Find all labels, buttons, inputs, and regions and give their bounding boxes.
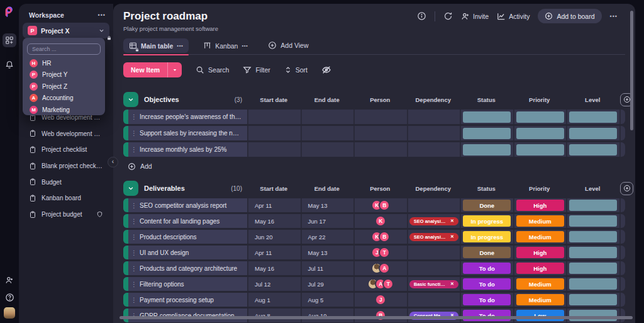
column-header[interactable]: Dependency [407,185,460,192]
sidebar-board-item[interactable]: Kanban board [24,190,108,207]
drag-handle-icon[interactable]: ⋮ [131,218,137,225]
status-pill[interactable]: Done [463,247,511,258]
tab-kanban[interactable]: Kanban ••• [197,38,253,53]
dropdown-project-item[interactable]: M Marketing [27,104,101,116]
status-pill[interactable]: In progress [463,231,511,242]
empty-label-bar[interactable] [463,111,511,123]
priority-cell[interactable]: Medium [513,293,567,307]
priority-pill[interactable]: High [516,247,564,258]
notifications-bell-icon[interactable] [3,58,16,72]
start-date-cell[interactable]: Jun 20 [247,230,301,244]
boards-icon[interactable] [3,33,16,47]
empty-label-bar[interactable] [569,111,617,123]
drag-handle-icon[interactable]: ⋮ [131,202,137,209]
priority-pill[interactable]: High [516,263,564,274]
tab-add-view[interactable]: Add View [262,38,314,53]
person-avatar[interactable]: J [375,294,386,305]
person-cell[interactable]: AT [353,277,407,291]
dependency-cell[interactable] [407,126,460,140]
end-date-cell[interactable]: May 13 [301,246,354,259]
new-item-caret-icon[interactable] [167,62,182,77]
person-cell[interactable]: KB [353,198,407,212]
column-header[interactable]: End date [301,185,354,192]
add-column-button[interactable] [620,182,633,195]
empty-label-bar[interactable] [569,200,617,211]
sidebar-board-item[interactable]: Budget [24,174,108,190]
remove-dependency-icon[interactable]: ✕ [450,281,454,286]
workspace-more-icon[interactable]: ••• [98,12,106,18]
dependency-cell[interactable] [407,198,460,212]
group-collapse-button[interactable] [123,92,138,107]
end-date-cell[interactable] [301,110,354,124]
status-cell[interactable] [460,126,513,140]
column-header[interactable]: Level [566,185,619,192]
empty-label-bar[interactable] [569,231,617,242]
end-date-cell[interactable]: Aug 19 [301,309,354,322]
dependency-pill[interactable]: SEO analysis and ...✕ [409,217,458,225]
row-name-cell[interactable]: ⋮ Products and category architecture [123,261,247,275]
dependency-cell[interactable] [407,110,460,124]
remove-dependency-icon[interactable]: ✕ [450,234,454,239]
group-title[interactable]: Objectives [144,96,229,103]
person-avatar[interactable]: K [375,215,386,227]
tab-more-icon[interactable]: ••• [177,43,183,48]
empty-label-bar[interactable] [569,247,617,258]
priority-cell[interactable]: High [513,198,567,212]
empty-label-bar[interactable] [569,215,617,227]
dependency-cell[interactable]: Basic functionaliti...✕ [407,277,460,291]
priority-pill[interactable]: Medium [516,278,564,290]
hidden-columns-eye-off-icon[interactable] [321,65,331,75]
priority-cell[interactable] [513,110,567,124]
status-cell[interactable]: Done [460,246,513,259]
sync-icon[interactable] [443,11,453,21]
project-search-input[interactable] [27,43,101,55]
filter-button[interactable]: Filter [243,65,270,74]
dependency-pill[interactable]: SEO analysis and ...✕ [409,233,458,241]
table-row[interactable]: ⋮ Filtering options Jul 12 Jul 29 AT Bas… [123,277,625,291]
row-name-cell[interactable]: ⋮ Product descriptions [123,230,247,244]
dependency-pill[interactable]: Basic functionaliti...✕ [409,280,458,288]
priority-cell[interactable]: High [513,246,567,259]
status-cell[interactable] [460,110,513,124]
person-cell[interactable]: J [353,293,407,307]
table-row[interactable]: ⋮ Increase people's awareness of the bus… [123,110,625,124]
status-cell[interactable]: To do [460,261,513,275]
start-date-cell[interactable]: Aug 1 [247,293,301,307]
workspace-selector[interactable]: P Project X [23,23,109,38]
plaky-logo-icon[interactable] [4,6,15,18]
person-cell[interactable]: KB [353,230,407,244]
status-cell[interactable] [460,142,513,157]
row-name-cell[interactable]: ⋮ Increase monthly sales by 25% [123,142,247,157]
user-avatar[interactable] [4,307,15,319]
empty-label-bar[interactable] [569,128,617,139]
column-header[interactable]: Person [353,185,407,192]
status-pill[interactable]: In progress [463,215,511,227]
end-date-cell[interactable]: Jul 29 [301,277,354,291]
status-pill[interactable]: To do [463,294,511,305]
empty-label-bar[interactable] [463,144,511,156]
level-cell[interactable] [566,126,619,140]
table-row[interactable]: ⋮ Support sales by increasing the number… [123,126,625,140]
column-header[interactable]: Status [460,185,513,192]
row-name-cell[interactable]: ⋮ Support sales by increasing the number… [123,126,247,140]
board-more-icon[interactable]: ••• [610,13,618,20]
status-cell[interactable]: Done [460,198,513,212]
table-row[interactable]: ⋮ Products and category architecture May… [123,261,625,275]
sidebar-collapse-button[interactable]: ‹ [108,157,118,167]
dependency-cell[interactable] [407,261,460,275]
status-cell[interactable]: In progress [460,230,513,244]
empty-label-bar[interactable] [569,278,617,290]
drag-handle-icon[interactable]: ⋮ [131,130,137,137]
person-cell[interactable]: A [353,261,407,275]
priority-cell[interactable]: Medium [513,214,567,228]
status-cell[interactable]: To do [460,277,513,291]
person-cell[interactable] [353,126,407,140]
sidebar-board-item[interactable]: Project budget [24,207,108,223]
person-avatar[interactable]: T [379,247,390,258]
drag-handle-icon[interactable]: ⋮ [131,234,137,241]
horizontal-scrollbar[interactable] [119,316,633,319]
end-date-cell[interactable]: Jul 11 [301,261,354,275]
empty-label-bar[interactable] [569,144,617,156]
vertical-scrollbar[interactable] [630,11,633,130]
dependency-cell[interactable]: SEO analysis and ...✕ [407,230,460,244]
